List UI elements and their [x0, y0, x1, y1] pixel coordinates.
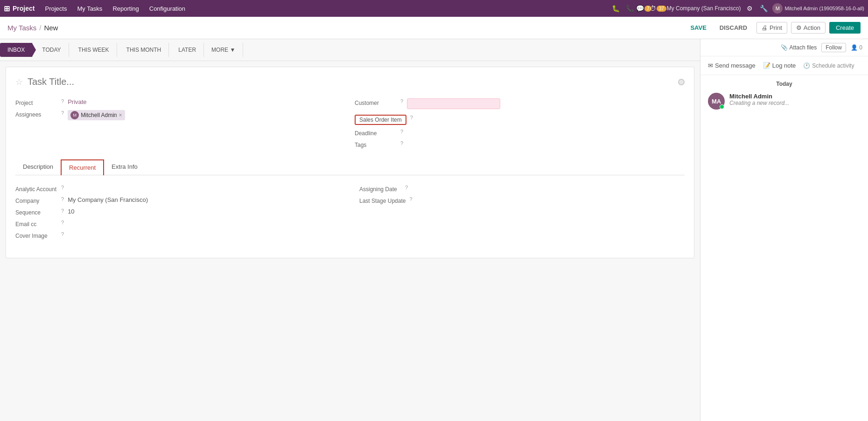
chat-icon[interactable]: 💬 7 [639, 3, 649, 14]
sales-order-item-field: Sales Order Item ? [355, 113, 685, 127]
tab-this-week[interactable]: THIS WEEK [69, 43, 117, 57]
send-message-button[interactable]: ✉ Send message [708, 62, 756, 69]
settings-icon[interactable]: ⚙ [744, 3, 755, 14]
schedule-activity-label: Schedule activity [812, 62, 854, 69]
chatter-message: MA Mitchell Admin Creating a new record.… [708, 93, 861, 110]
form-card: ☆ Project ? Private Assignees ? [6, 67, 694, 258]
follower-count: 👤 0 [851, 44, 862, 51]
wrench-icon[interactable]: 🔧 [758, 3, 769, 14]
brand-label: Project [13, 5, 35, 12]
customer-help: ? [400, 98, 403, 104]
action-label: Action [804, 24, 820, 31]
schedule-activity-button[interactable]: 🕐 Schedule activity [803, 62, 854, 69]
create-button[interactable]: Create [829, 22, 861, 34]
discard-button[interactable]: DISCARD [716, 22, 751, 33]
sequence-field: Sequence ? 10 [15, 206, 341, 218]
assignees-label: Assignees [15, 110, 57, 118]
email-cc-field: Email cc ? [15, 218, 341, 229]
sequence-label: Sequence [15, 208, 57, 216]
extra-fields-section: Analytic Account ? Company ? My Company … [15, 175, 685, 248]
brand[interactable]: ⊞ Project [4, 4, 35, 13]
company-field: Company ? My Company (San Francisco) [15, 194, 341, 206]
top-nav: Projects My Tasks Reporting Configuratio… [40, 3, 609, 14]
assigning-date-label: Assigning Date [359, 185, 401, 193]
save-button[interactable]: SAVE [686, 22, 710, 33]
print-button[interactable]: 🖨 Print [756, 22, 787, 34]
actionbar-right: 🖨 Print ⚙ Action Create [756, 22, 861, 34]
bug-icon[interactable]: 🐛 [611, 3, 621, 14]
tags-field: Tags ? [355, 138, 685, 150]
phone-icon[interactable]: 📞 [625, 3, 635, 14]
tab-description[interactable]: Description [15, 159, 61, 175]
user-menu[interactable]: M Mitchell Admin (19905958-16-0-all) [772, 3, 864, 14]
nav-reporting[interactable]: Reporting [108, 3, 143, 14]
timer-icon[interactable]: ⏱ 37 [653, 3, 663, 14]
note-icon: 📝 [763, 62, 770, 69]
project-help: ? [61, 98, 64, 104]
tags-label: Tags [355, 140, 397, 148]
company-name: My Company (San Francisco) [667, 5, 741, 12]
nav-configuration[interactable]: Configuration [145, 3, 190, 14]
tags-help: ? [400, 140, 403, 146]
grid-icon[interactable]: ⊞ [4, 4, 10, 13]
tab-inbox[interactable]: INBOX [0, 43, 33, 57]
assignee-name: Mitchell Admin [81, 112, 117, 118]
attach-files-button[interactable]: 📎 Attach files [781, 44, 817, 51]
last-stage-update-help: ? [409, 196, 412, 202]
chatter-message-content: Mitchell Admin Creating a new record... [729, 93, 789, 110]
topbar-right: 🐛 📞 💬 7 ⏱ 37 My Company (San Francisco) … [611, 3, 864, 14]
customer-field: Customer ? [355, 97, 685, 111]
cover-image-field: Cover Image ? [15, 229, 341, 241]
tab-later[interactable]: LATER [169, 43, 204, 57]
assignee-remove[interactable]: × [119, 112, 122, 118]
analytic-account-help: ? [61, 185, 64, 190]
sequence-help: ? [61, 208, 64, 214]
tab-more[interactable]: MORE ▼ [204, 43, 243, 57]
sales-order-item-badge[interactable]: Sales Order Item [355, 115, 406, 125]
actionbar: My Tasks / New SAVE DISCARD 🖨 Print ⚙ Ac… [0, 17, 868, 39]
customer-input[interactable] [407, 98, 500, 109]
company-help: ? [61, 196, 64, 202]
user-avatar: M [772, 3, 783, 14]
tab-today[interactable]: TODAY [33, 43, 69, 57]
sales-order-help: ? [410, 115, 413, 120]
analytic-account-field: Analytic Account ? [15, 183, 341, 194]
send-icon: ✉ [708, 62, 713, 69]
assignee-tag[interactable]: M Mitchell Admin × [68, 110, 125, 120]
log-note-button[interactable]: 📝 Log note [763, 62, 796, 69]
star-icon[interactable]: ☆ [15, 77, 23, 87]
chatter-message-text: Creating a new record... [729, 100, 789, 106]
chatter-author-avatar: MA [708, 93, 725, 110]
last-stage-update-label: Last Stage Update [359, 196, 406, 204]
tab-recurrent[interactable]: Recurrent [61, 159, 104, 175]
deadline-field: Deadline ? [355, 127, 685, 138]
breadcrumb-parent[interactable]: My Tasks [7, 24, 36, 32]
main-layout: INBOX TODAY THIS WEEK THIS MONTH LATER M… [0, 39, 868, 421]
chatter-author-name: Mitchell Admin [729, 93, 789, 100]
project-value[interactable]: Private [68, 98, 86, 105]
nav-projects[interactable]: Projects [40, 3, 71, 14]
extra-fields-grid: Analytic Account ? Company ? My Company … [15, 183, 685, 241]
cover-image-help: ? [61, 231, 64, 237]
analytic-account-label: Analytic Account [15, 185, 57, 193]
nav-my-tasks[interactable]: My Tasks [72, 3, 107, 14]
right-panel: 📎 Attach files Follow 👤 0 ✉ Send message… [700, 39, 868, 421]
breadcrumb-current: New [44, 24, 58, 32]
people-icon: 👤 [851, 44, 858, 51]
tab-this-month[interactable]: THIS MONTH [117, 43, 169, 57]
chatter-date-header: Today [708, 81, 861, 87]
topbar: ⊞ Project Projects My Tasks Reporting Co… [0, 0, 868, 17]
task-title-input[interactable] [28, 76, 673, 87]
form-fields: Project ? Private Assignees ? M Mitchell… [15, 97, 685, 150]
paperclip-icon: 📎 [781, 44, 788, 51]
deadline-label: Deadline [355, 129, 397, 137]
assignees-help: ? [61, 110, 64, 116]
deadline-help: ? [400, 129, 403, 134]
timer-badge: 37 [657, 6, 666, 12]
status-indicator[interactable] [678, 79, 685, 85]
action-button[interactable]: ⚙ Action [791, 22, 826, 34]
project-label: Project [15, 98, 57, 106]
tab-extra-info[interactable]: Extra Info [104, 159, 145, 175]
form-tabs: Description Recurrent Extra Info [15, 159, 685, 175]
follow-button[interactable]: Follow [821, 43, 846, 52]
